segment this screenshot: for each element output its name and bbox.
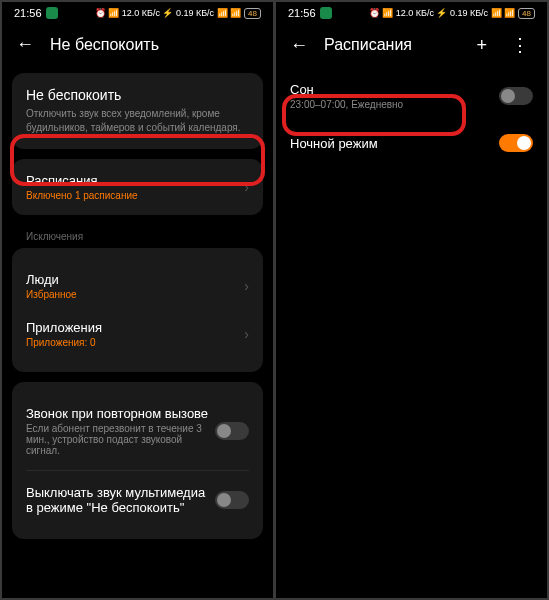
phone-left: 21:56 ⏰ 📶 12.0 КБ/с ⚡ 0.19 КБ/с 📶 📶 48 ←… (2, 2, 273, 598)
people-title: Люди (26, 272, 244, 287)
sleep-title: Сон (290, 82, 499, 97)
page-title: Не беспокоить (50, 36, 259, 54)
page-title: Расписания (324, 36, 456, 54)
content-area: Не беспокоить Отключить звук всех уведом… (2, 65, 273, 598)
chevron-right-icon: › (244, 326, 249, 342)
night-mode-row[interactable]: Ночной режим (276, 122, 547, 164)
phone-right: 21:56 ⏰ 📶 12.0 КБ/с ⚡ 0.19 КБ/с 📶 📶 48 ←… (276, 2, 547, 598)
exceptions-card: Люди Избранное › Приложения Приложения: … (12, 248, 263, 372)
sleep-toggle[interactable] (499, 87, 533, 105)
header: ← Расписания + ⋮ (276, 24, 547, 66)
repeat-call-title: Звонок при повторном вызове (26, 406, 215, 421)
apps-row[interactable]: Приложения Приложения: 0 › (26, 310, 249, 358)
chevron-right-icon: › (244, 278, 249, 294)
status-icons: ⏰ 📶 12.0 КБ/с ⚡ 0.19 КБ/с 📶 📶 (95, 8, 241, 18)
mute-media-title: Выключать звук мультимедиа в режиме "Не … (26, 485, 215, 515)
status-bar: 21:56 ⏰ 📶 12.0 КБ/с ⚡ 0.19 КБ/с 📶 📶 48 (2, 2, 273, 24)
people-subtitle: Избранное (26, 289, 244, 300)
status-app-icon (320, 7, 332, 19)
repeat-call-row[interactable]: Звонок при повторном вызове Если абонент… (26, 396, 249, 466)
night-mode-title: Ночной режим (290, 136, 499, 151)
schedules-title: Расписания (26, 173, 244, 188)
divider (26, 470, 249, 471)
schedules-card[interactable]: Расписания Включено 1 расписание › (12, 159, 263, 215)
sleep-schedule-row[interactable]: Сон 23:00–07:00, Ежедневно (276, 70, 547, 122)
people-row[interactable]: Люди Избранное › (26, 262, 249, 310)
battery-indicator: 48 (244, 8, 261, 19)
options-card: Звонок при повторном вызове Если абонент… (12, 382, 263, 539)
sleep-subtitle: 23:00–07:00, Ежедневно (290, 99, 499, 110)
status-icons: ⏰ 📶 12.0 КБ/с ⚡ 0.19 КБ/с 📶 📶 (369, 8, 515, 18)
schedules-subtitle: Включено 1 расписание (26, 190, 244, 201)
back-button[interactable]: ← (290, 35, 308, 56)
more-button[interactable]: ⋮ (507, 34, 533, 56)
header: ← Не беспокоить (2, 24, 273, 65)
dnd-card: Не беспокоить Отключить звук всех уведом… (12, 73, 263, 149)
apps-subtitle: Приложения: 0 (26, 337, 244, 348)
repeat-call-toggle[interactable] (215, 422, 249, 440)
status-app-icon (46, 7, 58, 19)
dnd-subtitle: Отключить звук всех уведомлений, кроме б… (26, 107, 249, 135)
chevron-right-icon: › (244, 179, 249, 195)
dnd-title: Не беспокоить (26, 87, 249, 103)
apps-title: Приложения (26, 320, 244, 335)
status-bar: 21:56 ⏰ 📶 12.0 КБ/с ⚡ 0.19 КБ/с 📶 📶 48 (276, 2, 547, 24)
night-mode-toggle[interactable] (499, 134, 533, 152)
mute-media-row[interactable]: Выключать звук мультимедиа в режиме "Не … (26, 475, 249, 525)
exceptions-label: Исключения (12, 225, 263, 248)
content-area: Сон 23:00–07:00, Ежедневно Ночной режим (276, 66, 547, 598)
status-time: 21:56 (14, 7, 42, 19)
back-button[interactable]: ← (16, 34, 34, 55)
repeat-call-subtitle: Если абонент перезвонит в течение 3 мин.… (26, 423, 215, 456)
add-button[interactable]: + (472, 35, 491, 56)
battery-indicator: 48 (518, 8, 535, 19)
mute-media-toggle[interactable] (215, 491, 249, 509)
status-time: 21:56 (288, 7, 316, 19)
